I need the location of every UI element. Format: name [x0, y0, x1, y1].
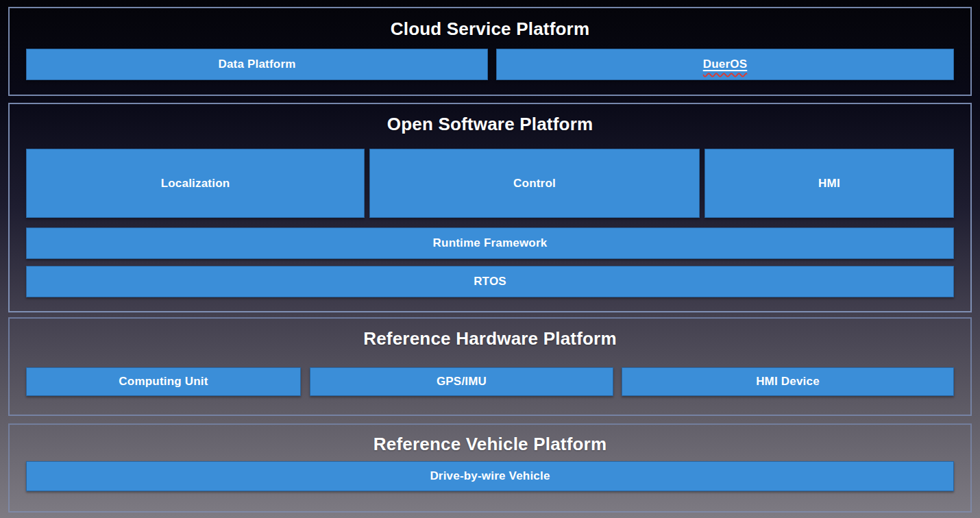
- drive-by-wire-vehicle-label: Drive-by-wire Vehicle: [430, 469, 550, 483]
- section-reference-hardware-platform: Reference Hardware Platform Computing Un…: [8, 317, 972, 416]
- hmi-label: HMI: [818, 177, 840, 190]
- reference-hardware-platform-title: Reference Hardware Platform: [10, 328, 970, 349]
- block-data-platform: Data Platform: [26, 49, 488, 80]
- open-software-platform-title: Open Software Platform: [10, 114, 970, 135]
- block-hmi-device: HMI Device: [622, 367, 954, 396]
- rtos-label: RTOS: [474, 275, 506, 288]
- section-reference-vehicle-platform: Reference Vehicle Platform Drive-by-wire…: [8, 423, 972, 513]
- hmi-device-label: HMI Device: [756, 375, 820, 388]
- computing-unit-label: Computing Unit: [119, 375, 208, 388]
- dueros-link[interactable]: DuerOS: [703, 58, 748, 71]
- gps-imu-label: GPS/IMU: [437, 375, 487, 388]
- block-drive-by-wire-vehicle: Drive-by-wire Vehicle: [26, 461, 954, 491]
- control-label: Control: [513, 177, 556, 190]
- block-control: Control: [369, 149, 700, 218]
- section-open-software-platform: Open Software Platform Localization Cont…: [8, 103, 972, 312]
- reference-vehicle-platform-title: Reference Vehicle Platform: [10, 434, 970, 455]
- block-hmi: HMI: [705, 149, 954, 218]
- block-dueros: DuerOS: [496, 49, 954, 80]
- runtime-framework-label: Runtime Framework: [433, 236, 548, 250]
- block-rtos: RTOS: [26, 266, 954, 297]
- block-computing-unit: Computing Unit: [26, 367, 301, 396]
- block-localization: Localization: [26, 149, 365, 218]
- localization-label: Localization: [161, 177, 230, 190]
- data-platform-label: Data Platform: [218, 58, 295, 71]
- block-runtime-framework: Runtime Framework: [26, 227, 954, 259]
- section-cloud-service-platform: Cloud Service Platform Data Platform Due…: [8, 7, 972, 96]
- dueros-label: DuerOS: [703, 58, 748, 71]
- architecture-diagram: Cloud Service Platform Data Platform Due…: [0, 0, 980, 518]
- block-gps-imu: GPS/IMU: [310, 367, 613, 396]
- cloud-service-platform-title: Cloud Service Platform: [10, 18, 970, 40]
